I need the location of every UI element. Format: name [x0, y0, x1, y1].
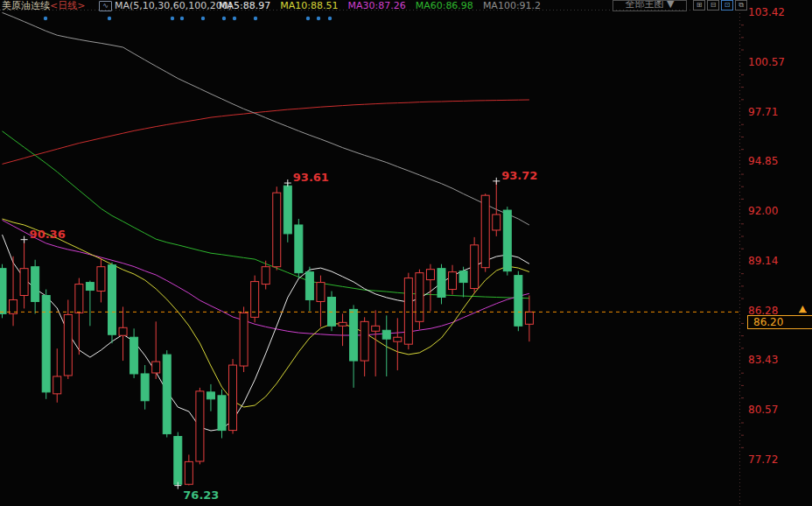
candle-up[interactable]: [262, 267, 270, 285]
candle-down[interactable]: [295, 225, 303, 273]
ma-legend: MA5:88.97MA10:88.51MA30:87.26MA60:86.98M…: [219, 0, 550, 11]
popout-icon[interactable]: ⧉: [735, 0, 747, 11]
signal-dot: [233, 17, 236, 20]
candle-up[interactable]: [426, 270, 434, 280]
minor-tick: [741, 299, 744, 299]
signal-dot: [180, 17, 184, 20]
minor-tick: [741, 335, 744, 336]
candle-up[interactable]: [75, 285, 83, 313]
price-tick-label: 94.85: [748, 155, 778, 167]
minor-tick: [741, 50, 744, 51]
candle-up[interactable]: [20, 269, 28, 296]
candle-up[interactable]: [525, 312, 533, 324]
price-annotation: 90.36: [30, 228, 66, 241]
candle-down[interactable]: [459, 271, 467, 283]
candle-down[interactable]: [305, 272, 313, 300]
main-chart-dropdown[interactable]: 全部主图 ▼: [612, 0, 687, 11]
candle-down[interactable]: [503, 210, 511, 271]
signal-dot: [306, 17, 310, 20]
price-tick-label: 89.14: [748, 255, 778, 267]
price-annotation: 76.23: [183, 488, 219, 502]
minor-tick: [741, 74, 744, 75]
candle-up[interactable]: [360, 321, 368, 361]
candle-up[interactable]: [64, 314, 72, 376]
candle-down[interactable]: [514, 276, 522, 327]
candle-up[interactable]: [449, 272, 457, 290]
candle-down[interactable]: [438, 269, 445, 298]
candle-down[interactable]: [163, 355, 171, 433]
ma-value: MA30:87.26: [347, 0, 405, 11]
grid-layout-icon[interactable]: ⊞: [693, 0, 705, 11]
candle-down[interactable]: [174, 437, 182, 485]
candle-up[interactable]: [273, 193, 281, 267]
candle-up[interactable]: [481, 195, 489, 268]
candle-up[interactable]: [339, 322, 346, 326]
chart-header: 美原油连续<日线> ∿ MA(5,10,30,60,100,200) MA5:8…: [0, 0, 812, 12]
minor-tick: [741, 435, 744, 436]
candle-down[interactable]: [86, 283, 94, 291]
candle-down[interactable]: [206, 392, 214, 399]
minor-tick: [741, 323, 744, 324]
minor-tick: [741, 285, 744, 286]
candle-up[interactable]: [53, 376, 61, 394]
dropdown-label: 全部主图 ▼: [613, 0, 686, 10]
signal-dot: [222, 17, 226, 20]
candle-down[interactable]: [284, 186, 291, 234]
toolbar-icons: ⊞⊟⊡⧉: [693, 0, 749, 11]
candle-down[interactable]: [382, 330, 390, 339]
candlestick-chart[interactable]: 90.3693.6193.7276.23: [0, 0, 812, 506]
candle-down[interactable]: [108, 265, 116, 335]
minor-tick: [741, 37, 744, 38]
candle-up[interactable]: [119, 327, 127, 335]
candle-down[interactable]: [218, 396, 226, 431]
candle-down[interactable]: [0, 269, 6, 314]
candle-down[interactable]: [42, 296, 50, 392]
minor-tick: [741, 87, 744, 88]
minor-tick: [741, 174, 744, 175]
signal-dot: [108, 17, 111, 20]
minor-tick: [741, 373, 744, 374]
candle-down[interactable]: [32, 267, 39, 302]
indicator-chart-icon[interactable]: ∿: [99, 1, 112, 11]
period-label: <日线>: [50, 0, 85, 11]
candle-up[interactable]: [185, 461, 192, 484]
signal-dot: [254, 17, 257, 20]
candle-up[interactable]: [152, 362, 160, 373]
candle-up[interactable]: [229, 365, 237, 431]
ma-value: MA10:88.51: [280, 0, 338, 11]
candle-up[interactable]: [196, 391, 204, 461]
candle-down[interactable]: [350, 309, 358, 361]
price-tick-label: 100.57: [748, 56, 785, 68]
candle-up[interactable]: [372, 326, 380, 331]
ma-line-ma200: [3, 100, 529, 164]
instrument-name: 美原油连续: [2, 0, 50, 11]
price-annotation: 93.72: [501, 169, 537, 182]
minor-tick: [741, 249, 744, 249]
minor-tick: [741, 447, 744, 448]
minor-tick: [741, 149, 744, 150]
price-tick-label: 103.42: [748, 6, 785, 18]
minor-tick: [741, 99, 744, 100]
minor-tick: [741, 348, 744, 348]
main-chart-icon[interactable]: ⊡: [721, 0, 733, 11]
minor-tick: [741, 25, 744, 25]
price-annotation: 93.61: [293, 171, 329, 184]
candle-up[interactable]: [471, 245, 479, 289]
candle-up[interactable]: [240, 313, 248, 366]
split-panel-icon[interactable]: ⊟: [707, 0, 719, 11]
minor-tick: [741, 397, 744, 398]
signal-dot: [317, 17, 320, 20]
minor-tick: [741, 423, 744, 424]
ma-line-ma100: [3, 12, 529, 225]
candle-up[interactable]: [317, 283, 325, 302]
candle-down[interactable]: [130, 337, 138, 374]
candle-up[interactable]: [97, 267, 105, 292]
candle-down[interactable]: [141, 374, 149, 401]
signal-dot: [328, 17, 332, 20]
candle-up[interactable]: [394, 337, 402, 341]
minor-tick: [741, 273, 744, 274]
candle-up[interactable]: [404, 278, 412, 345]
candle-up[interactable]: [416, 273, 424, 322]
price-tick-label: 80.57: [748, 404, 778, 416]
candle-up[interactable]: [493, 214, 500, 230]
